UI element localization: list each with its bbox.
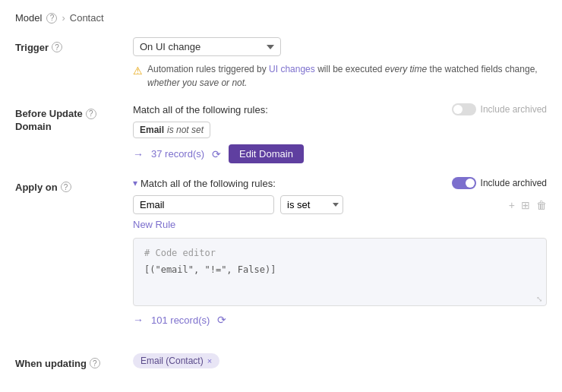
breadcrumb-contact: Contact (70, 12, 104, 24)
apply-archived-label: Include archived (481, 178, 547, 188)
records-link[interactable]: 37 record(s) (151, 148, 204, 160)
trigger-label-col: Trigger ? (15, 37, 133, 90)
before-update-archived-label: Include archived (481, 104, 547, 115)
when-updating-question[interactable]: ? (90, 358, 100, 368)
apply-on-label-col: Apply on ? (15, 177, 133, 340)
apply-on-content: ▾ Match all of the following rules: Incl… (133, 177, 547, 340)
when-updating-row: When updating ? Email (Contact) × (15, 353, 547, 369)
apply-records-link[interactable]: 101 record(s) (151, 315, 210, 326)
apply-on-label: Apply on (15, 182, 58, 193)
apply-rule-header-left: ▾ Match all of the following rules: (133, 178, 276, 189)
badge-label: Email (Contact) (140, 356, 204, 366)
delete-rule-icon[interactable]: 🗑 (536, 199, 547, 211)
code-value: [("email", "!=", False)] (144, 264, 535, 275)
apply-rule-row: is set is not set = != + ⊞ 🗑 (133, 195, 547, 214)
resize-handle-icon[interactable]: ⤡ (536, 295, 542, 303)
apply-on-row: Apply on ? ▾ Match all of the following … (15, 177, 547, 340)
domain-actions: → 37 record(s) ⟳ Edit Domain (133, 144, 547, 163)
trigger-content: On UI change On save Based on a timed co… (133, 37, 547, 90)
breadcrumb-separator: › (62, 12, 65, 24)
trigger-question[interactable]: ? (52, 42, 62, 52)
breadcrumb-question[interactable]: ? (46, 13, 57, 24)
before-update-tag-pill: Email is not set (133, 122, 210, 138)
apply-include-archived: Include archived (452, 177, 547, 189)
arrow-icon: → (133, 148, 144, 160)
add-rule-icon[interactable]: + (509, 199, 515, 211)
new-rule-link[interactable]: New Rule (133, 219, 175, 230)
warning-text: Automation rules triggered by UI changes… (147, 62, 547, 90)
apply-archived-toggle[interactable] (452, 177, 476, 189)
before-update-rule-header: Match all of the following rules: Includ… (133, 103, 547, 115)
before-update-domain-sublabel: Domain (15, 121, 52, 132)
trigger-warning: ⚠ Automation rules triggered by UI chang… (133, 62, 547, 90)
when-updating-badge: Email (Contact) × (133, 353, 219, 368)
before-update-label-col: Before Update ? Domain (15, 103, 133, 163)
apply-rule-field-input[interactable] (133, 195, 274, 214)
apply-refresh-icon[interactable]: ⟳ (217, 314, 226, 326)
chevron-down-icon[interactable]: ▾ (133, 178, 137, 188)
warning-icon: ⚠ (133, 63, 143, 79)
when-updating-label: When updating (15, 358, 87, 369)
tag-operator: is not set (167, 125, 204, 135)
when-updating-content: Email (Contact) × (133, 353, 547, 369)
before-update-include-archived: Include archived (452, 103, 547, 115)
code-editor-box[interactable]: # Code editor [("email", "!=", False)] ⤡ (133, 238, 547, 306)
before-update-domain-row: Before Update ? Domain Match all of the … (15, 103, 547, 163)
breadcrumb-model: Model (15, 12, 42, 24)
apply-records: → 101 record(s) ⟳ (133, 314, 547, 326)
apply-on-question[interactable]: ? (61, 182, 71, 192)
edit-domain-button[interactable]: Edit Domain (229, 144, 304, 163)
refresh-icon[interactable]: ⟳ (212, 148, 221, 160)
tag-field: Email (140, 125, 164, 135)
breadcrumb: Model ? › Contact (15, 12, 547, 24)
ui-changes-link[interactable]: UI changes (269, 64, 315, 74)
when-updating-label-col: When updating ? (15, 353, 133, 369)
before-update-content: Match all of the following rules: Includ… (133, 103, 547, 163)
apply-rule-text: Match all of the following rules: (140, 178, 276, 189)
before-update-label: Before Update (15, 108, 83, 119)
badge-close-icon[interactable]: × (207, 356, 212, 365)
apply-rule-header: ▾ Match all of the following rules: Incl… (133, 177, 547, 189)
trigger-row: Trigger ? On UI change On save Based on … (15, 37, 547, 90)
rule-actions: + ⊞ 🗑 (509, 199, 547, 211)
trigger-select-wrap: On UI change On save Based on a timed co… (133, 37, 547, 56)
apply-rule-operator[interactable]: is set is not set = != (280, 195, 343, 214)
group-rule-icon[interactable]: ⊞ (521, 199, 530, 211)
before-update-archived-toggle[interactable] (452, 103, 476, 115)
apply-arrow-icon: → (133, 314, 144, 326)
trigger-label: Trigger (15, 42, 49, 53)
before-update-rule-text: Match all of the following rules: (133, 104, 268, 115)
code-comment: # Code editor (144, 248, 535, 258)
before-update-question[interactable]: ? (86, 109, 96, 119)
trigger-select[interactable]: On UI change On save Based on a timed co… (133, 37, 281, 56)
